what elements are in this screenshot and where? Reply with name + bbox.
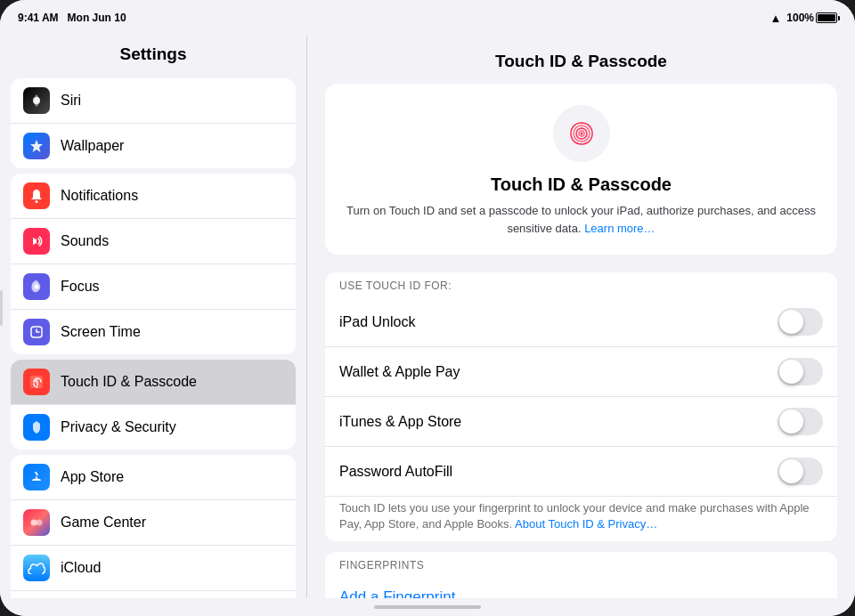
home-indicator bbox=[0, 598, 855, 616]
autofill-knob bbox=[779, 459, 803, 483]
sidebar-item-privacy[interactable]: Privacy & Security bbox=[11, 405, 296, 450]
wifi-icon: ▲ bbox=[770, 12, 781, 25]
touch-id-for-group: USE TOUCH ID FOR: iPad Unlock Wallet & A… bbox=[325, 272, 837, 541]
itunes-knob bbox=[779, 409, 803, 434]
appstore-icon bbox=[23, 464, 50, 490]
wallet-pay-row: Wallet & Apple Pay bbox=[325, 347, 837, 397]
main-content: Settings Siri bbox=[0, 36, 855, 598]
sidebar-section-1: Siri Wallpaper bbox=[11, 78, 296, 168]
autofill-toggle[interactable] bbox=[778, 458, 823, 485]
sidebar-item-notifications[interactable]: Notifications bbox=[11, 174, 296, 219]
use-touchid-header: USE TOUCH ID FOR: bbox=[325, 272, 837, 297]
focus-icon bbox=[23, 273, 50, 300]
sidebar-item-gamecenter[interactable]: Game Center bbox=[11, 500, 296, 546]
sidebar: Settings Siri bbox=[0, 36, 307, 598]
battery-bar bbox=[816, 12, 837, 23]
side-handle bbox=[0, 290, 3, 326]
status-bar: 9:41 AM Mon Jun 10 ▲ 100% bbox=[0, 0, 855, 36]
fingerprints-header: FINGERPRINTS bbox=[325, 552, 837, 577]
battery-fill bbox=[818, 14, 835, 21]
sidebar-section-4: App Store Game Center bbox=[11, 455, 296, 598]
home-bar bbox=[374, 605, 481, 609]
screentime-icon bbox=[23, 319, 50, 345]
battery-indicator: 100% bbox=[786, 12, 837, 24]
sidebar-item-wallpaper[interactable]: Wallpaper bbox=[11, 124, 296, 168]
ipad-frame: 9:41 AM Mon Jun 10 ▲ 100% Settings bbox=[0, 0, 855, 616]
wallet-pay-label: Wallet & Apple Pay bbox=[339, 364, 460, 380]
siri-icon bbox=[23, 87, 50, 114]
wallet-pay-knob bbox=[779, 360, 803, 384]
sidebar-item-icloud[interactable]: iCloud bbox=[11, 546, 296, 591]
focus-label: Focus bbox=[61, 279, 100, 295]
svg-marker-2 bbox=[33, 238, 37, 245]
itunes-toggle[interactable] bbox=[778, 408, 823, 435]
sidebar-item-siri[interactable]: Siri bbox=[11, 78, 296, 124]
touchid-icon bbox=[23, 369, 50, 395]
touchid-label: Touch ID & Passcode bbox=[61, 374, 197, 390]
notifications-label: Notifications bbox=[61, 188, 138, 204]
header-card-title: Touch ID & Passcode bbox=[343, 174, 819, 195]
wallpaper-label: Wallpaper bbox=[61, 138, 124, 154]
learn-more-link[interactable]: Learn more… bbox=[584, 222, 655, 235]
header-card: Touch ID & Passcode Turn on Touch ID and… bbox=[325, 84, 837, 255]
wallpaper-icon bbox=[23, 133, 50, 159]
gamecenter-icon bbox=[23, 509, 50, 536]
status-indicators: ▲ 100% bbox=[770, 12, 837, 25]
autofill-label: Password AutoFill bbox=[339, 464, 452, 480]
svg-point-1 bbox=[36, 200, 38, 203]
sidebar-item-focus[interactable]: Focus bbox=[11, 264, 296, 310]
add-fingerprint-text: Add a Fingerprint… bbox=[339, 588, 470, 598]
icloud-icon bbox=[23, 555, 50, 581]
sidebar-section-2: Notifications Sounds bbox=[11, 174, 296, 354]
ipad-unlock-toggle[interactable] bbox=[778, 308, 823, 336]
header-card-desc: Turn on Touch ID and set a passcode to u… bbox=[343, 202, 819, 237]
panel-title: Touch ID & Passcode bbox=[325, 45, 837, 84]
sidebar-title: Settings bbox=[0, 36, 306, 73]
gamecenter-label: Game Center bbox=[61, 515, 146, 531]
time-display: 9:41 AM bbox=[18, 12, 59, 24]
battery-percentage: 100% bbox=[786, 12, 814, 24]
ipad-unlock-label: iPad Unlock bbox=[339, 314, 415, 330]
sidebar-item-wallet[interactable]: Wallet & Apple Pay bbox=[11, 591, 296, 598]
svg-point-16 bbox=[580, 133, 582, 135]
sidebar-item-appstore[interactable]: App Store bbox=[11, 455, 296, 500]
svg-point-3 bbox=[35, 285, 39, 289]
autofill-row: Password AutoFill bbox=[325, 447, 837, 497]
sidebar-item-sounds[interactable]: Sounds bbox=[11, 219, 296, 264]
ipad-unlock-row: iPad Unlock bbox=[325, 297, 837, 347]
privacy-icon bbox=[23, 414, 50, 441]
screentime-label: Screen Time bbox=[61, 324, 141, 340]
wallet-pay-toggle[interactable] bbox=[778, 358, 823, 385]
date-display: Mon Jun 10 bbox=[68, 12, 126, 24]
about-touchid-link[interactable]: About Touch ID & Privacy… bbox=[515, 517, 657, 531]
svg-point-6 bbox=[31, 520, 37, 526]
appstore-label: App Store bbox=[61, 469, 124, 485]
privacy-label: Privacy & Security bbox=[61, 419, 176, 435]
status-time: 9:41 AM Mon Jun 10 bbox=[18, 12, 126, 24]
itunes-row: iTunes & App Store bbox=[325, 397, 837, 447]
sidebar-section-3: Touch ID & Passcode Privacy & Security bbox=[11, 360, 296, 450]
siri-label: Siri bbox=[61, 93, 81, 109]
right-panel: Touch ID & Passcode bbox=[307, 36, 855, 598]
fingerprint-graphic bbox=[564, 116, 599, 151]
sounds-icon bbox=[23, 228, 50, 255]
svg-point-7 bbox=[37, 520, 43, 526]
touchid-icon-container bbox=[553, 105, 610, 162]
notifications-icon bbox=[23, 182, 50, 209]
sidebar-item-screentime[interactable]: Screen Time bbox=[11, 310, 296, 354]
fingerprints-group: FINGERPRINTS Add a Fingerprint… bbox=[325, 552, 837, 598]
ipad-unlock-knob bbox=[779, 310, 803, 334]
icloud-label: iCloud bbox=[61, 560, 101, 576]
sidebar-item-touchid[interactable]: Touch ID & Passcode bbox=[11, 360, 296, 405]
add-fingerprint-row[interactable]: Add a Fingerprint… bbox=[325, 577, 837, 598]
itunes-label: iTunes & App Store bbox=[339, 414, 461, 430]
sounds-label: Sounds bbox=[61, 233, 109, 249]
touchid-note: Touch ID lets you use your fingerprint t… bbox=[325, 497, 837, 541]
